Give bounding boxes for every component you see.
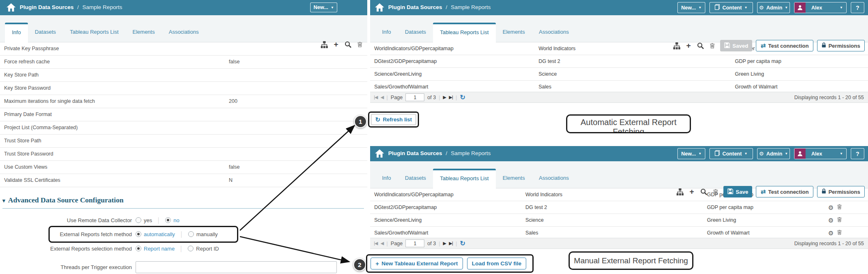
trash-icon[interactable]: [708, 41, 716, 50]
prev-page-button[interactable]: ◀: [380, 241, 383, 246]
threads-per-trigger-input[interactable]: [136, 261, 337, 273]
tab-elements[interactable]: Elements: [496, 169, 532, 187]
breadcrumb-primary[interactable]: Plugin Data Sources: [388, 4, 442, 10]
new-menu-button[interactable]: New... ▼: [677, 148, 705, 159]
table-row[interactable]: DGtest2/GDPpercapitamapDG test 2GDP per …: [370, 55, 868, 68]
admin-menu-button[interactable]: ⚙ Admin ▼: [757, 148, 790, 159]
tab-associations[interactable]: Associations: [532, 23, 576, 41]
table-row[interactable]: Trust Store Path: [0, 135, 367, 148]
table-row[interactable]: Maximum iterations for single data fetch…: [0, 95, 367, 108]
tab-datasets[interactable]: Datasets: [398, 23, 433, 41]
next-page-button[interactable]: ▶: [443, 95, 446, 100]
table-row[interactable]: Trust Store Password: [0, 148, 367, 161]
table-row[interactable]: Force refresh cachefalse: [0, 56, 367, 69]
tab-info[interactable]: Info: [5, 23, 28, 42]
table-row[interactable]: Validate SSL CertificatesN: [0, 174, 367, 187]
page-number-input[interactable]: [405, 239, 424, 247]
load-from-csv-button[interactable]: Load from CSV file: [467, 258, 527, 269]
table-row[interactable]: Science/GreenLivingScienceGreen Living: [370, 68, 868, 81]
radio-label[interactable]: yes: [144, 217, 152, 223]
saved-button[interactable]: Saved: [720, 40, 752, 51]
radio-fetch-automatically[interactable]: [136, 231, 141, 237]
search-icon[interactable]: [700, 187, 708, 196]
permissions-button[interactable]: Permissions: [817, 40, 865, 51]
permissions-button[interactable]: Permissions: [817, 186, 865, 197]
content-menu-button[interactable]: Content ▼: [709, 2, 753, 13]
table-row[interactable]: Key Store Path: [0, 69, 367, 82]
table-row[interactable]: Project List (Comma-Separated): [0, 121, 367, 135]
user-menu-button[interactable]: Alex ▼: [794, 148, 847, 159]
tab-datasets[interactable]: Datasets: [398, 169, 433, 187]
radio-remote-no[interactable]: [165, 217, 171, 223]
row-trash-icon[interactable]: [837, 230, 842, 236]
refresh-icon[interactable]: ↻: [460, 240, 465, 247]
row-trash-icon[interactable]: [837, 204, 842, 211]
admin-menu-button[interactable]: ⚙ Admin ▼: [757, 2, 790, 13]
add-icon[interactable]: +: [332, 40, 340, 49]
tab-tableau-reports-list[interactable]: Tableau Reports List: [433, 23, 496, 42]
radio-remote-yes[interactable]: [136, 217, 141, 223]
radio-label[interactable]: no: [173, 217, 179, 223]
collapse-caret-icon[interactable]: ▾: [2, 197, 5, 204]
radio-label[interactable]: Report name: [144, 246, 175, 252]
new-menu-button[interactable]: New... ▼: [677, 2, 705, 13]
search-icon[interactable]: [344, 40, 352, 49]
help-button[interactable]: ?: [851, 148, 864, 159]
test-connection-button[interactable]: ⇄ Test connection: [756, 186, 813, 197]
radio-fetch-manually[interactable]: [188, 231, 194, 237]
refresh-icon[interactable]: ↻: [460, 94, 465, 101]
search-icon[interactable]: [696, 41, 705, 50]
table-row[interactable]: Key Store Password: [0, 82, 367, 95]
table-row[interactable]: DGtest2/GDPpercapitamapDG test 2GDP per …: [370, 201, 868, 214]
breadcrumb-primary[interactable]: Plugin Data Sources: [388, 150, 442, 156]
test-connection-button[interactable]: ⇄ Test connection: [756, 40, 813, 51]
tab-associations[interactable]: Associations: [532, 169, 576, 187]
radio-report-id[interactable]: [188, 246, 193, 251]
help-button[interactable]: ?: [851, 2, 864, 13]
radio-label[interactable]: manually: [196, 231, 218, 237]
tab-info[interactable]: Info: [375, 169, 398, 187]
row-settings-gear-icon[interactable]: ⚙: [828, 217, 833, 223]
row-trash-icon[interactable]: [837, 217, 842, 223]
home-icon[interactable]: [7, 3, 16, 12]
new-tableau-external-report-button[interactable]: + New Tableau External Report: [371, 258, 463, 269]
user-menu-button[interactable]: Alex ▼: [794, 2, 847, 13]
tab-elements[interactable]: Elements: [126, 23, 162, 41]
content-menu-button[interactable]: Content ▼: [709, 148, 753, 159]
tab-datasets[interactable]: Datasets: [28, 23, 63, 41]
page-number-input[interactable]: [405, 93, 424, 101]
next-page-button[interactable]: ▶: [443, 241, 446, 246]
trash-icon[interactable]: [711, 187, 720, 196]
radio-label[interactable]: automatically: [144, 231, 175, 237]
tab-tableau-reports-list[interactable]: Tableau Reports List: [63, 23, 126, 41]
last-page-button[interactable]: ▶|: [449, 95, 453, 100]
add-icon[interactable]: +: [688, 187, 696, 196]
tab-associations[interactable]: Associations: [162, 23, 206, 41]
advanced-section-header[interactable]: ▾Advanced Data Source Configuration: [2, 196, 364, 209]
sitemap-icon[interactable]: [320, 40, 328, 49]
row-settings-gear-icon[interactable]: ⚙: [828, 230, 833, 236]
new-menu-button[interactable]: New... ▼: [310, 2, 337, 12]
table-row[interactable]: Primary Date Format: [0, 108, 367, 121]
table-row[interactable]: Private Key Passphrase: [0, 42, 367, 56]
first-page-button[interactable]: |◀: [374, 95, 378, 100]
radio-report-name[interactable]: [136, 246, 141, 251]
tab-info[interactable]: Info: [375, 23, 398, 41]
home-icon[interactable]: [375, 3, 384, 12]
add-icon[interactable]: +: [684, 41, 693, 50]
table-row[interactable]: Use Custom Viewsfalse: [0, 161, 367, 174]
trash-icon[interactable]: [356, 40, 364, 49]
sitemap-icon[interactable]: [672, 41, 681, 50]
prev-page-button[interactable]: ◀: [380, 95, 383, 100]
save-button[interactable]: Save: [723, 186, 752, 197]
sitemap-icon[interactable]: [676, 187, 684, 196]
first-page-button[interactable]: |◀: [374, 241, 378, 246]
last-page-button[interactable]: ▶|: [449, 241, 453, 246]
radio-label[interactable]: Report ID: [196, 246, 219, 252]
row-settings-gear-icon[interactable]: ⚙: [828, 204, 833, 211]
tab-tableau-reports-list[interactable]: Tableau Reports List: [433, 169, 496, 188]
tab-elements[interactable]: Elements: [496, 23, 532, 41]
refresh-list-button[interactable]: ↻ Refresh list: [371, 114, 416, 125]
home-icon[interactable]: [375, 149, 384, 158]
breadcrumb-primary[interactable]: Plugin Data Sources: [20, 4, 74, 10]
